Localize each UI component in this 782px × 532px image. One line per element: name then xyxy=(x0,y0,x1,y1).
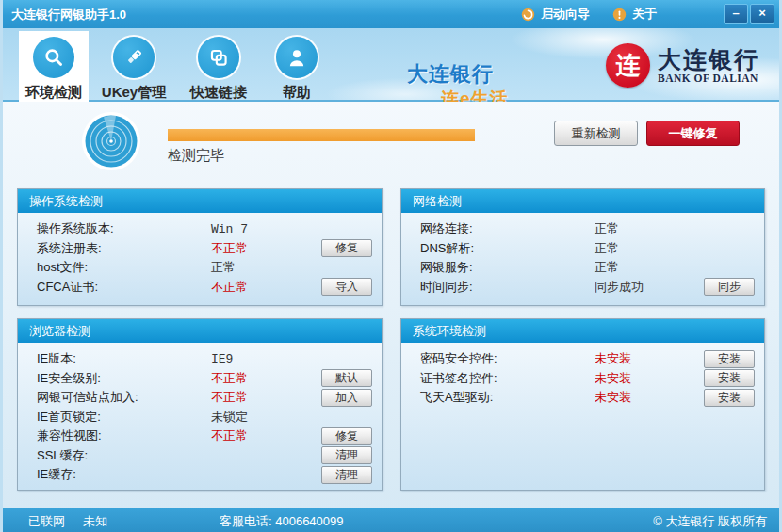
panel-os-detection: 操作系统检测 操作系统版本: Win 7 系统注册表: 不正常 修复 host文… xyxy=(17,188,383,306)
install-button[interactable]: 安装 xyxy=(704,350,755,368)
bank-logo-icon: 连 xyxy=(606,43,650,88)
row-value: 未安装 xyxy=(595,350,631,367)
slogan-cn: 大连银行 xyxy=(407,60,494,89)
row-ie-homepage-lock: IE首页锁定: 未锁定 xyxy=(37,408,382,427)
tab-label: UKey管理 xyxy=(102,84,166,102)
panel-browser-detection: 浏览器检测 IE版本: IE9 IE安全级别: 不正常 默认 网银可信站点加入:… xyxy=(17,318,383,491)
row-label: 网络连接: xyxy=(420,220,595,237)
rescan-button[interactable]: 重新检测 xyxy=(554,121,638,146)
row-label: 系统注册表: xyxy=(37,240,211,257)
close-button[interactable]: × xyxy=(750,4,774,24)
row-value: 正常 xyxy=(595,220,619,237)
row-value: 不正常 xyxy=(211,370,248,387)
window-title: 大连银行网银助手1.0 xyxy=(11,7,126,24)
scan-progress-bar xyxy=(168,129,475,141)
row-cfca-cert: CFCA证书: 不正常 导入 xyxy=(37,278,382,298)
row-host-file: host文件: 正常 xyxy=(37,258,382,278)
add-button[interactable]: 加入 xyxy=(321,389,372,407)
row-label: IE安全级别: xyxy=(37,370,211,387)
panel-title: 网络检测 xyxy=(401,189,764,213)
row-trusted-sites: 网银可信站点加入: 不正常 加入 xyxy=(37,388,382,408)
person-icon xyxy=(276,37,318,78)
row-label: SSL缓存: xyxy=(37,447,211,464)
radar-icon xyxy=(81,111,141,171)
import-button[interactable]: 导入 xyxy=(321,278,372,296)
network-status: 已联网 xyxy=(28,513,65,530)
titlebar: 大连银行网银助手1.0 启动向导 关于 – × xyxy=(0,0,782,28)
clean-button[interactable]: 清理 xyxy=(321,466,372,484)
about-label: 关于 xyxy=(632,6,657,23)
sync-button[interactable]: 同步 xyxy=(704,278,755,296)
row-value: 正常 xyxy=(595,240,619,257)
install-button[interactable]: 安装 xyxy=(704,369,755,387)
row-label: 飞天A型驱动: xyxy=(420,389,595,406)
row-label: host文件: xyxy=(37,259,211,276)
default-button[interactable]: 默认 xyxy=(321,369,372,387)
tab-quick-links[interactable]: 快速链接 xyxy=(179,31,258,102)
panel-title: 浏览器检测 xyxy=(18,319,382,343)
tab-ukey-management[interactable]: UKey管理 xyxy=(94,31,173,102)
bank-name-en: BANK OF DALIAN xyxy=(658,73,759,84)
about-button[interactable]: 关于 xyxy=(612,5,657,24)
row-dns: DNS解析: 正常 xyxy=(420,239,764,259)
bank-logo: 连 大连银行 BANK OF DALIAN xyxy=(606,43,759,88)
minimize-button[interactable]: – xyxy=(724,4,748,24)
row-ssl-cache: SSL缓存: 清理 xyxy=(37,446,382,466)
panel-title: 操作系统检测 xyxy=(18,189,382,213)
row-ie-security-level: IE安全级别: 不正常 默认 xyxy=(37,369,382,389)
app-window: 大连银行网银助手1.0 启动向导 关于 – × xyxy=(0,0,782,532)
row-value: 同步成功 xyxy=(595,279,644,296)
tab-label: 环境检测 xyxy=(25,84,82,102)
row-value: 不正常 xyxy=(211,389,248,406)
one-click-fix-button[interactable]: 一键修复 xyxy=(646,121,740,146)
network-detail: 未知 xyxy=(83,513,107,530)
row-label: 网银服务: xyxy=(420,259,595,276)
service-hotline: 客服电话: 4006640099 xyxy=(220,513,344,530)
wizard-label: 启动向导 xyxy=(541,6,590,23)
row-password-control: 密码安全控件: 未安装 安装 xyxy=(420,349,764,369)
panel-title: 系统环境检测 xyxy=(401,319,764,343)
row-label: 密码安全控件: xyxy=(420,350,595,367)
row-label: DNS解析: xyxy=(420,240,595,257)
tab-label: 快速链接 xyxy=(190,84,247,102)
wizard-icon xyxy=(521,8,535,22)
statusbar: 已联网 未知 客服电话: 4006640099 © 大连银行 版权所有 xyxy=(0,508,782,532)
row-value: 正常 xyxy=(595,259,619,276)
row-label: IE缓存: xyxy=(37,466,211,483)
repair-button[interactable]: 修复 xyxy=(321,427,372,445)
wizard-button[interactable]: 启动向导 xyxy=(521,5,590,24)
header-banner: 环境检测 UKey管理 xyxy=(0,28,782,102)
about-icon xyxy=(612,8,627,22)
row-registry: 系统注册表: 不正常 修复 xyxy=(37,239,382,259)
row-compat-view: 兼容性视图: 不正常 修复 xyxy=(37,427,382,446)
row-ebank-service: 网银服务: 正常 xyxy=(420,258,764,278)
content-area: 检测完毕 重新检测 一键修复 操作系统检测 操作系统版本: Win 7 系统注册… xyxy=(0,102,782,508)
magnifier-icon xyxy=(33,37,74,78)
copyright-text: © 大连银行 版权所有 xyxy=(653,513,767,530)
scan-progress-fill xyxy=(168,129,475,141)
panel-network-detection: 网络检测 网络连接: 正常 DNS解析: 正常 网银服务: 正常 时间同步: 同… xyxy=(400,188,765,306)
row-network-connection: 网络连接: 正常 xyxy=(420,219,764,239)
row-time-sync: 时间同步: 同步成功 同步 xyxy=(420,278,764,298)
row-value: 正常 xyxy=(211,259,236,276)
scan-status-text: 检测完毕 xyxy=(168,147,224,165)
row-label: 操作系统版本: xyxy=(37,220,211,237)
row-label: CFCA证书: xyxy=(37,279,211,296)
row-value: 不正常 xyxy=(211,240,248,257)
clean-button[interactable]: 清理 xyxy=(321,446,372,464)
bank-name-cn: 大连银行 xyxy=(658,47,759,73)
install-button[interactable]: 安装 xyxy=(704,389,755,407)
row-value: 未安装 xyxy=(595,370,631,387)
row-value: 不正常 xyxy=(211,279,248,296)
row-label: 网银可信站点加入: xyxy=(37,389,211,406)
repair-button[interactable]: 修复 xyxy=(321,239,372,257)
row-value: Win 7 xyxy=(211,222,248,236)
row-label: 证书签名控件: xyxy=(420,370,595,387)
row-os-version: 操作系统版本: Win 7 xyxy=(37,219,382,239)
tab-environment-check[interactable]: 环境检测 xyxy=(19,31,89,102)
panel-system-env-detection: 系统环境检测 密码安全控件: 未安装 安装 证书签名控件: 未安装 安装 飞天A… xyxy=(400,318,765,491)
row-value: 不正常 xyxy=(211,427,248,444)
tab-help[interactable]: 帮助 xyxy=(264,31,330,102)
quick-link-icon xyxy=(198,37,239,78)
row-label: IE版本: xyxy=(37,350,211,367)
